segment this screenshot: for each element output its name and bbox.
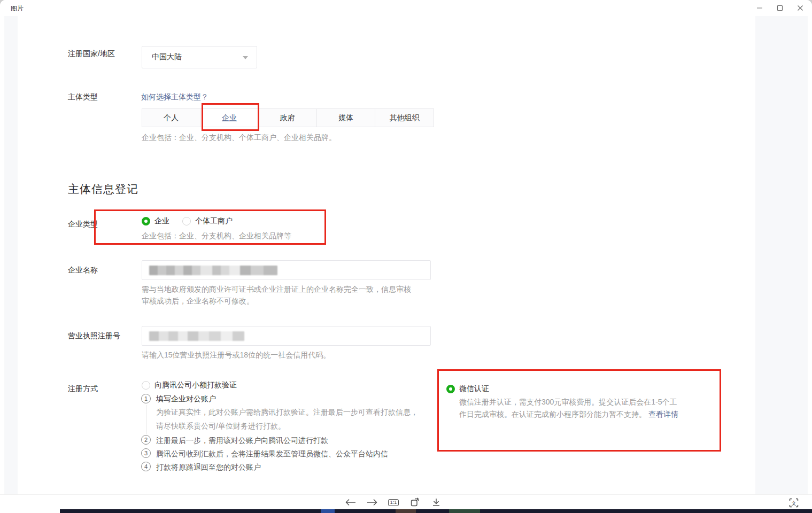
taskbar-sliver <box>60 509 812 513</box>
next-image-button[interactable] <box>366 496 378 509</box>
viewer-tool-group: 1:1 <box>344 496 443 509</box>
svg-text:文: 文 <box>792 501 796 506</box>
radio-wechat-verify[interactable]: 微信认证 <box>446 384 489 394</box>
radio-bank-transfer-label: 向腾讯公司小额打款验证 <box>154 380 237 390</box>
ocr-scan-text-icon: 文 <box>789 498 799 508</box>
license-number-input[interactable] <box>142 326 431 346</box>
enterprise-name-input[interactable] <box>142 260 431 280</box>
radio-selected-icon <box>446 385 455 393</box>
license-number-label: 营业执照注册号 <box>68 331 120 341</box>
enterprise-type-caption: 企业包括：企业、分支机构、企业相关品牌等 <box>142 231 291 241</box>
download-icon <box>432 498 440 507</box>
rotate-icon <box>410 498 420 507</box>
window-title: 图片 <box>11 4 24 13</box>
tab-personal[interactable]: 个人 <box>142 109 200 127</box>
subject-type-caption: 企业包括：企业、分支机构、个体工商户、企业相关品牌。 <box>142 133 336 143</box>
radio-bank-transfer[interactable]: 向腾讯公司小额打款验证 <box>142 380 237 390</box>
wechat-verify-desc-2: 作日完成审核。在认证完成前小程序部分能力暂不支持。 查看详情 <box>459 410 678 419</box>
radio-wechat-verify-label: 微信认证 <box>459 384 489 394</box>
step-1-desc-2: 请尽快联系贵公司/单位财务进行打款。 <box>156 422 285 431</box>
tab-other-org[interactable]: 其他组织 <box>375 109 434 127</box>
maximize-button[interactable] <box>772 1 787 15</box>
register-method-label: 注册方式 <box>68 384 98 394</box>
ocr-extract-text-button[interactable]: 文 <box>787 496 800 509</box>
close-button[interactable] <box>792 1 808 15</box>
subject-type-tabs: 个人 企业 政府 媒体 其他组织 <box>142 108 434 127</box>
download-button[interactable] <box>430 496 443 509</box>
country-select[interactable]: 中国大陆 <box>142 46 257 68</box>
title-bar: 图片 <box>0 0 812 16</box>
step-2-badge: 2 <box>141 435 151 445</box>
subject-type-help-link[interactable]: 如何选择主体类型？ <box>141 92 208 102</box>
enterprise-name-help-1: 需与当地政府颁发的商业许可证书或企业注册证上的企业名称完全一致，信息审核 <box>142 285 411 294</box>
radio-unselected-icon <box>182 217 191 226</box>
rotate-button[interactable] <box>408 496 421 509</box>
chevron-down-icon <box>243 56 248 59</box>
radio-enterprise[interactable]: 企业 <box>142 216 169 226</box>
step-2-title: 注册最后一步，需用该对公账户向腾讯公司进行打款 <box>156 436 328 446</box>
page-title: 主体信息登记 <box>68 182 138 197</box>
actual-size-icon: 1:1 <box>388 499 399 506</box>
viewer-margin-left <box>4 16 18 494</box>
tab-government[interactable]: 政府 <box>259 109 317 127</box>
window-controls <box>752 0 808 16</box>
actual-size-button[interactable]: 1:1 <box>387 496 400 509</box>
step-4-title: 打款将原路退回至您的对公账户 <box>156 463 261 472</box>
previous-image-button[interactable] <box>344 496 357 509</box>
viewer-toolbar: 1:1 文 <box>0 494 812 509</box>
redacted-license-number <box>149 331 244 341</box>
annotation-box-enterprise-tab <box>202 103 259 131</box>
close-icon <box>797 5 803 11</box>
redacted-enterprise-name <box>149 266 277 275</box>
minimize-icon <box>756 5 763 11</box>
radio-individual-business[interactable]: 个体工商户 <box>182 216 233 226</box>
maximize-icon <box>777 5 783 11</box>
radio-unselected-icon <box>142 381 150 390</box>
radio-enterprise-label: 企业 <box>154 216 169 226</box>
country-select-value: 中国大陆 <box>152 52 182 62</box>
arrow-left-icon <box>345 499 356 506</box>
country-label: 注册国家/地区 <box>68 49 115 59</box>
radio-selected-icon <box>142 217 150 226</box>
step-3-badge: 3 <box>141 448 151 458</box>
step-4-badge: 4 <box>141 462 151 471</box>
wechat-verify-desc-1: 微信注册并认证，需支付300元审核费用。提交认证后会在1-5个工 <box>459 398 677 407</box>
arrow-right-icon <box>367 499 377 506</box>
radio-individual-business-label: 个体工商户 <box>195 216 233 226</box>
image-viewer-window: 图片 注册国家/地区 中国大陆 主体类型 如何选择主体类型？ 个人 企业 政府 … <box>0 0 812 513</box>
step-3-title: 腾讯公司收到汇款后，会将注册结果发至管理员微信、公众平台站内信 <box>156 449 388 459</box>
tab-media[interactable]: 媒体 <box>317 109 375 127</box>
step-1-title: 填写企业对公账户 <box>156 394 216 404</box>
license-number-help: 请输入15位营业执照注册号或18位的统一社会信用代码。 <box>142 351 330 360</box>
enterprise-type-label: 企业类型 <box>68 220 98 229</box>
enterprise-name-label: 企业名称 <box>68 266 98 275</box>
enterprise-name-help-2: 审核成功后，企业名称不可修改。 <box>142 297 254 306</box>
step-1-badge: 1 <box>141 394 151 403</box>
step-1-desc-1: 为验证真实性，此对公账户需给腾讯打款验证。注册最后一步可查看打款信息， <box>156 408 418 417</box>
step-connector-line <box>146 405 146 434</box>
view-details-link[interactable]: 查看详情 <box>648 410 678 418</box>
viewer-margin-right <box>755 16 808 494</box>
wechat-verify-desc-2-text: 作日完成审核。在认证完成前小程序部分能力暂不支持。 <box>459 410 646 418</box>
subject-type-label: 主体类型 <box>68 92 98 102</box>
minimize-button[interactable] <box>752 1 767 15</box>
